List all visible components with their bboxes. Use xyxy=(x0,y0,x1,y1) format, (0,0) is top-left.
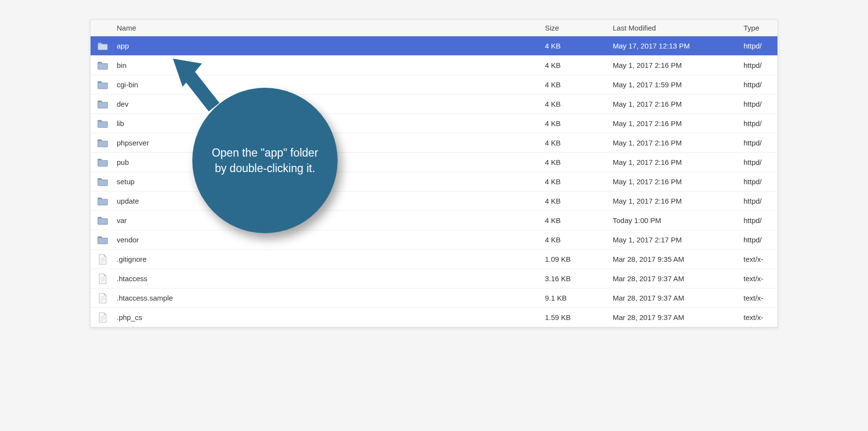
file-name[interactable]: cgi-bin xyxy=(115,80,545,89)
file-size: 4 KB xyxy=(545,42,613,50)
file-modified: May 1, 2017 2:16 PM xyxy=(613,177,744,186)
folder-icon xyxy=(91,197,115,206)
table-row[interactable]: lib4 KBMay 1, 2017 2:16 PMhttpd/ xyxy=(91,114,777,133)
folder-icon xyxy=(91,100,115,109)
file-modified: Mar 28, 2017 9:37 AM xyxy=(613,294,744,302)
file-size: 4 KB xyxy=(545,61,613,69)
file-modified: May 1, 2017 2:16 PM xyxy=(613,100,744,108)
table-row[interactable]: .htaccess3.16 KBMar 28, 2017 9:37 AMtext… xyxy=(91,269,777,288)
file-size: 4 KB xyxy=(545,80,613,89)
file-modified: May 1, 2017 2:16 PM xyxy=(613,197,744,205)
folder-icon xyxy=(91,139,115,147)
file-type: httpd/ xyxy=(744,216,777,224)
file-icon xyxy=(91,254,115,265)
folder-icon xyxy=(91,216,115,225)
col-size-header[interactable]: Size xyxy=(545,24,613,32)
file-name[interactable]: bin xyxy=(115,61,545,69)
file-modified: Today 1:00 PM xyxy=(613,216,744,224)
file-name[interactable]: vendor xyxy=(115,236,545,244)
table-row[interactable]: phpserver4 KBMay 1, 2017 2:16 PMhttpd/ xyxy=(91,133,777,153)
file-type: httpd/ xyxy=(744,197,777,205)
file-modified: Mar 28, 2017 9:37 AM xyxy=(613,274,744,283)
file-modified: May 1, 2017 2:16 PM xyxy=(613,119,744,128)
file-type: text/x- xyxy=(744,294,777,302)
folder-icon xyxy=(91,61,115,70)
file-size: 4 KB xyxy=(545,216,613,224)
col-type-header[interactable]: Type xyxy=(744,24,777,32)
file-size: 4 KB xyxy=(545,177,613,186)
folder-icon xyxy=(91,177,115,186)
file-list: app4 KBMay 17, 2017 12:13 PMhttpd/ bin4 … xyxy=(91,36,777,327)
file-name[interactable]: .php_cs xyxy=(115,313,545,321)
file-modified: May 1, 2017 1:59 PM xyxy=(613,80,744,89)
file-type: httpd/ xyxy=(744,61,777,69)
table-row[interactable]: app4 KBMay 17, 2017 12:13 PMhttpd/ xyxy=(91,36,777,56)
table-row[interactable]: .htaccess.sample9.1 KBMar 28, 2017 9:37 … xyxy=(91,288,777,308)
file-icon xyxy=(91,273,115,284)
file-size: 4 KB xyxy=(545,119,613,128)
table-row[interactable]: bin4 KBMay 1, 2017 2:16 PMhttpd/ xyxy=(91,56,777,75)
file-name[interactable]: lib xyxy=(115,119,545,128)
file-type: httpd/ xyxy=(744,158,777,166)
file-type: httpd/ xyxy=(744,119,777,128)
file-modified: May 1, 2017 2:17 PM xyxy=(613,236,744,244)
folder-icon xyxy=(91,119,115,128)
file-size: 4 KB xyxy=(545,139,613,147)
col-modified-header[interactable]: Last Modified xyxy=(613,24,744,32)
table-row[interactable]: update4 KBMay 1, 2017 2:16 PMhttpd/ xyxy=(91,192,777,211)
folder-icon xyxy=(91,158,115,167)
file-type: text/x- xyxy=(744,255,777,263)
file-name[interactable]: pub xyxy=(115,158,545,166)
table-row[interactable]: vendor4 KBMay 1, 2017 2:17 PMhttpd/ xyxy=(91,230,777,250)
file-name[interactable]: phpserver xyxy=(115,139,545,147)
file-name[interactable]: var xyxy=(115,216,545,224)
file-size: 1.59 KB xyxy=(545,313,613,321)
file-modified: May 1, 2017 2:16 PM xyxy=(613,158,744,166)
folder-icon xyxy=(91,80,115,89)
col-name-header[interactable]: Name xyxy=(115,24,545,32)
table-row[interactable]: .gitignore1.09 KBMar 28, 2017 9:35 AMtex… xyxy=(91,250,777,269)
file-icon xyxy=(91,293,115,303)
table-row[interactable]: dev4 KBMay 1, 2017 2:16 PMhttpd/ xyxy=(91,95,777,114)
file-name[interactable]: setup xyxy=(115,177,545,186)
file-type: httpd/ xyxy=(744,236,777,244)
file-type: text/x- xyxy=(744,274,777,283)
file-size: 3.16 KB xyxy=(545,274,613,283)
table-row[interactable]: pub4 KBMay 1, 2017 2:16 PMhttpd/ xyxy=(91,153,777,172)
file-name[interactable]: .gitignore xyxy=(115,255,545,263)
file-size: 4 KB xyxy=(545,158,613,166)
table-header: Name Size Last Modified Type xyxy=(91,20,777,36)
table-row[interactable]: cgi-bin4 KBMay 1, 2017 1:59 PMhttpd/ xyxy=(91,75,777,95)
file-modified: Mar 28, 2017 9:37 AM xyxy=(613,313,744,321)
file-type: httpd/ xyxy=(744,177,777,186)
table-row[interactable]: .php_cs1.59 KBMar 28, 2017 9:37 AMtext/x… xyxy=(91,308,777,327)
file-type: httpd/ xyxy=(744,80,777,89)
file-type: text/x- xyxy=(744,313,777,321)
file-modified: May 1, 2017 2:16 PM xyxy=(613,61,744,69)
file-modified: May 17, 2017 12:13 PM xyxy=(613,42,744,50)
folder-icon xyxy=(91,42,115,50)
file-name[interactable]: .htaccess.sample xyxy=(115,294,545,302)
file-type: httpd/ xyxy=(744,139,777,147)
file-modified: May 1, 2017 2:16 PM xyxy=(613,139,744,147)
file-name[interactable]: dev xyxy=(115,100,545,108)
table-row[interactable]: setup4 KBMay 1, 2017 2:16 PMhttpd/ xyxy=(91,172,777,192)
file-size: 1.09 KB xyxy=(545,255,613,263)
file-type: httpd/ xyxy=(744,100,777,108)
file-size: 9.1 KB xyxy=(545,294,613,302)
folder-icon xyxy=(91,236,115,244)
file-size: 4 KB xyxy=(545,197,613,205)
file-manager: Name Size Last Modified Type app4 KBMay … xyxy=(90,19,778,328)
file-modified: Mar 28, 2017 9:35 AM xyxy=(613,255,744,263)
file-icon xyxy=(91,312,115,323)
file-name[interactable]: update xyxy=(115,197,545,205)
file-type: httpd/ xyxy=(744,42,777,50)
file-name[interactable]: .htaccess xyxy=(115,274,545,283)
file-size: 4 KB xyxy=(545,236,613,244)
file-name[interactable]: app xyxy=(115,42,545,50)
table-row[interactable]: var4 KBToday 1:00 PMhttpd/ xyxy=(91,211,777,230)
file-size: 4 KB xyxy=(545,100,613,108)
